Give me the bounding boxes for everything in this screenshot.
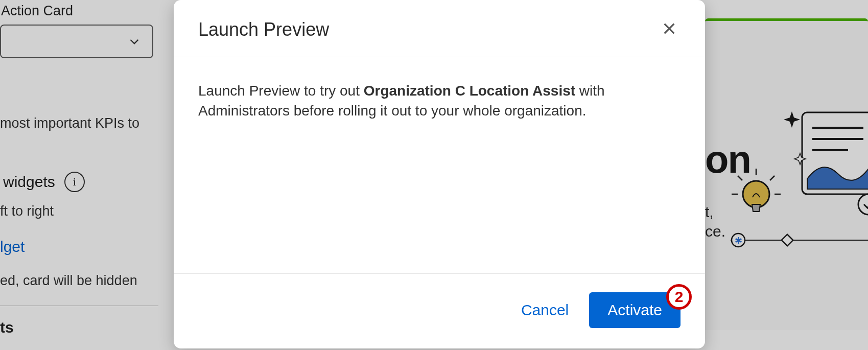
launch-preview-modal: Launch Preview Launch Preview to try out… — [174, 0, 705, 348]
cancel-button[interactable]: Cancel — [521, 301, 569, 319]
modal-body: Launch Preview to try out Organization C… — [174, 57, 705, 273]
close-icon — [661, 20, 677, 37]
modal-title: Launch Preview — [198, 19, 329, 40]
step-badge: 2 — [666, 284, 692, 310]
modal-body-prefix: Launch Preview to try out — [198, 83, 364, 99]
modal-header: Launch Preview — [174, 0, 705, 57]
modal-footer: Cancel Activate 2 — [174, 273, 705, 348]
modal-body-bold: Organization C Location Assist — [364, 83, 575, 99]
close-button[interactable] — [658, 17, 681, 41]
